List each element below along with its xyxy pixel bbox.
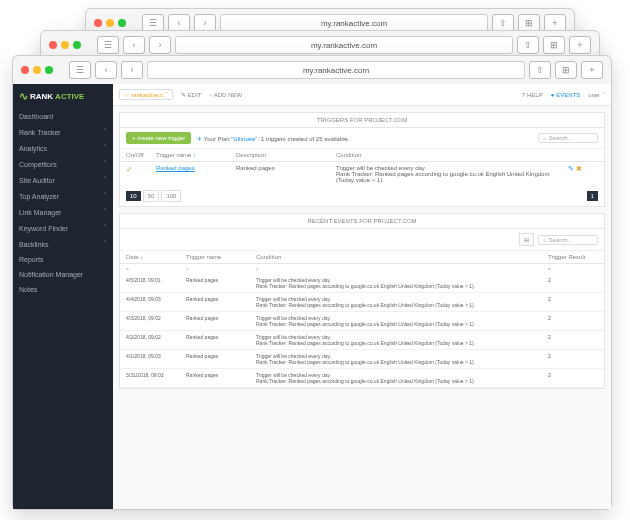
nav-label: Competitors — [19, 161, 57, 168]
event-name: Ranked pages — [186, 315, 256, 321]
nav-label: Reports — [19, 256, 44, 263]
nav-label: Site Auditor — [19, 177, 55, 184]
sidebar-toggle[interactable]: ☰ — [69, 61, 91, 79]
nav-label: Link Manager — [19, 209, 61, 216]
event-search[interactable]: ⌕ Search... — [538, 235, 598, 245]
trigger-search[interactable]: ⌕ Search... — [538, 133, 598, 143]
close-icon[interactable] — [94, 19, 102, 27]
share-button[interactable]: ⇧ — [529, 61, 551, 79]
user-menu[interactable]: user ˅ — [588, 91, 605, 98]
nav-label: Top Analyzer — [19, 193, 59, 200]
chevron-down-icon: ˅ — [103, 208, 107, 216]
help-button[interactable]: ?HELP — [522, 92, 543, 98]
sidebar-item-notes[interactable]: Notes — [13, 282, 113, 297]
filter-cond[interactable]: ◊ — [256, 266, 548, 272]
event-result: 2 — [548, 372, 598, 378]
trigger-link[interactable]: Ranked pages — [156, 165, 195, 171]
page-size-50[interactable]: 50 — [143, 190, 160, 202]
event-date: 4/1/2018, 09:03 — [126, 353, 186, 359]
forward-button[interactable]: › — [121, 61, 143, 79]
forward-button[interactable]: › — [149, 36, 171, 54]
tabs-button[interactable]: ⊞ — [543, 36, 565, 54]
page-size-10[interactable]: 10 — [126, 191, 141, 201]
minimize-icon[interactable] — [106, 19, 114, 27]
check-icon[interactable]: ✓ — [126, 165, 133, 174]
delete-icon[interactable]: ✖ — [576, 165, 582, 172]
back-button[interactable]: ‹ — [123, 36, 145, 54]
sidebar-item-top-analyzer[interactable]: Top Analyzer˅ — [13, 188, 113, 204]
col-desc[interactable]: Description — [236, 152, 336, 158]
events-panel: RECENT EVENTS FOR PROJECT.COM ⊞ ⌕ Search… — [119, 213, 605, 389]
back-button[interactable]: ‹ — [95, 61, 117, 79]
sidebar-toggle[interactable]: ☰ — [97, 36, 119, 54]
sidebar-item-analytics[interactable]: Analytics˅ — [13, 140, 113, 156]
sidebar-item-reports[interactable]: Reports — [13, 252, 113, 267]
close-icon[interactable] — [21, 66, 29, 74]
event-result: 2 — [548, 296, 598, 302]
filter-name[interactable]: ◊ — [186, 266, 256, 272]
sidebar-item-link-manager[interactable]: Link Manager˅ — [13, 204, 113, 220]
pencil-icon: ✎ — [181, 91, 186, 98]
sidebar-item-competitors[interactable]: Competitors˅ — [13, 156, 113, 172]
nav-label: Analytics — [19, 145, 47, 152]
export-button[interactable]: ⊞ — [519, 233, 534, 246]
sidebar-item-backlinks[interactable]: Backlinks˅ — [13, 236, 113, 252]
page-size-100[interactable]: 100 — [161, 190, 181, 202]
trigger-cond: Trigger will be checked every day. Rank … — [336, 165, 568, 183]
address-bar[interactable]: my.rankactive.com — [175, 36, 513, 54]
new-tab-button[interactable]: + — [569, 36, 591, 54]
events-button[interactable]: ●EVENTS — [551, 92, 581, 98]
minimize-icon[interactable] — [33, 66, 41, 74]
filter-date[interactable]: = — [126, 266, 186, 272]
event-result: 2 — [548, 277, 598, 283]
sidebar-item-site-auditor[interactable]: Site Auditor˅ — [13, 172, 113, 188]
new-tab-button[interactable]: + — [581, 61, 603, 79]
event-date: 4/5/2018, 09:01 — [126, 277, 186, 283]
sidebar-item-keyword-finder[interactable]: Keyword Finder˅ — [13, 220, 113, 236]
create-trigger-button[interactable]: + create new trigger — [126, 132, 191, 144]
page-1[interactable]: 1 — [587, 191, 598, 201]
address-bar[interactable]: my.rankactive.com — [147, 61, 525, 79]
col-cond[interactable]: Condition — [256, 254, 548, 260]
tabs-button[interactable]: ⊞ — [555, 61, 577, 79]
nav-label: Dashboard — [19, 113, 53, 120]
chevron-down-icon: ˅ — [103, 144, 107, 152]
event-row: 4/3/2018, 09:02Ranked pagesTrigger will … — [120, 312, 604, 331]
event-row: 4/5/2018, 09:01Ranked pagesTrigger will … — [120, 274, 604, 293]
sidebar-item-notification-manager[interactable]: Notification Manager — [13, 267, 113, 282]
filter-res[interactable]: = — [548, 266, 598, 272]
logo-text-1: RANK — [30, 92, 53, 101]
bell-icon: ● — [551, 92, 555, 98]
minimize-icon[interactable] — [61, 41, 69, 49]
col-cond[interactable]: Condition — [336, 152, 568, 158]
event-result: 2 — [548, 334, 598, 340]
maximize-icon[interactable] — [73, 41, 81, 49]
nav-label: Rank Tracker — [19, 129, 61, 136]
add-new-button[interactable]: ▫ADD NEW — [210, 92, 242, 98]
maximize-icon[interactable] — [45, 66, 53, 74]
event-cond: Trigger will be checked every day. Rank … — [256, 372, 548, 384]
nav-label: Notes — [19, 286, 37, 293]
sidebar-item-dashboard[interactable]: Dashboard — [13, 109, 113, 124]
edit-button[interactable]: ✎EDIT — [181, 91, 202, 98]
triggers-panel: TRIGGERS FOR PROJECT.COM + create new tr… — [119, 112, 605, 207]
plan-info: ✈ Your Plan "Ultimate": 1 triggers creat… — [197, 135, 349, 142]
share-button[interactable]: ⇧ — [517, 36, 539, 54]
close-icon[interactable] — [49, 41, 57, 49]
logo: ∿ RANKACTIVE — [13, 84, 113, 109]
project-select[interactable]: ☼ rankactive.c ˅ — [119, 89, 173, 100]
col-onoff[interactable]: On/Off — [126, 152, 156, 158]
event-result: 2 — [548, 315, 598, 321]
col-res[interactable]: Trigger Result — [548, 254, 598, 260]
col-name[interactable]: Trigger name ↑ — [156, 152, 236, 158]
col-date[interactable]: Date ↓ — [126, 254, 186, 260]
chevron-down-icon: ˅ — [103, 176, 107, 184]
event-date: 4/2/2018, 09:02 — [126, 334, 186, 340]
maximize-icon[interactable] — [118, 19, 126, 27]
export-icon: ⊞ — [524, 237, 529, 243]
edit-icon[interactable]: ✎ — [568, 165, 574, 172]
panel-title: TRIGGERS FOR PROJECT.COM — [120, 113, 604, 128]
sidebar-item-rank-tracker[interactable]: Rank Tracker˅ — [13, 124, 113, 140]
col-name[interactable]: Trigger name — [186, 254, 256, 260]
event-date: 4/3/2018, 09:02 — [126, 315, 186, 321]
